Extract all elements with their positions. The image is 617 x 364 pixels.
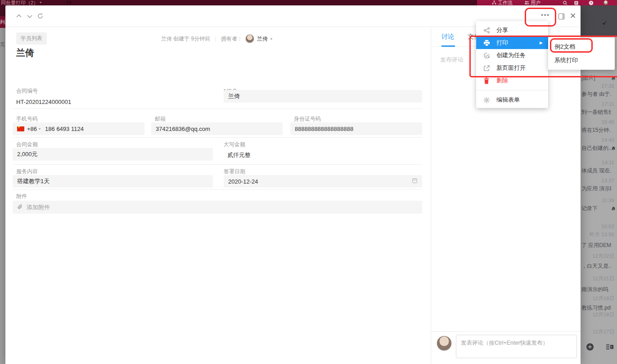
background-nav-item-selected[interactable]: 列表 — [0, 16, 5, 28]
topbar-avatar[interactable] — [603, 0, 608, 5]
dial-caret-icon[interactable]: ▾ — [39, 127, 41, 131]
bell-muted-icon — [611, 145, 616, 153]
worksheet-badge[interactable]: 学员列表 — [16, 32, 47, 45]
paperclip-icon — [17, 204, 23, 211]
app-title-group[interactable]: 同批量打印（2） ▾ — [1, 0, 41, 5]
prev-record-button[interactable] — [16, 14, 22, 18]
owner-name[interactable]: 兰倚 — [257, 35, 268, 43]
add-attachment-label: 添加附件 — [27, 203, 50, 211]
feed-text: [图片] — [581, 74, 611, 82]
user-avatar — [603, 0, 608, 5]
feed-timestamp: 17:31 — [601, 83, 614, 89]
menu-item-print[interactable]: 打印 ▶ — [476, 36, 548, 49]
field-input-phone[interactable]: +86 ▾ 186 6493 1124 — [13, 122, 144, 135]
field-value-amount: 2,000元 — [17, 150, 38, 158]
background-left-strip: 列表 页 — [0, 5, 5, 364]
field-label-amount: 合同金额 — [16, 141, 38, 148]
topbar-search[interactable] — [563, 0, 567, 5]
chevron-up-icon — [16, 14, 22, 18]
field-input-service[interactable]: 搭建教学1天 — [13, 175, 213, 188]
feed-timestamp: 12月22日 — [592, 253, 614, 260]
owner-caret-icon[interactable]: ▾ — [270, 37, 272, 41]
next-record-button[interactable] — [27, 15, 32, 18]
feed-text: 频演示的吗 — [581, 286, 611, 293]
feed-timestamp: 12月17日 — [592, 328, 614, 335]
row-divider — [13, 137, 422, 138]
add-comment-icon[interactable] — [586, 343, 594, 353]
filter-icon[interactable] — [601, 20, 608, 28]
menu-item-share[interactable]: 分享 — [476, 24, 548, 36]
owner-avatar[interactable] — [245, 34, 254, 43]
field-label-amount-caps: 大写金额 — [224, 141, 245, 148]
field-value-amount-caps[interactable]: 贰仟元整 — [227, 151, 251, 159]
share-icon — [483, 27, 491, 34]
dial-code[interactable]: +86 — [27, 126, 37, 132]
field-label-id-number: 身份证号码 — [294, 115, 321, 123]
search-icon — [563, 0, 567, 5]
menu-item-label: 新页面打开 — [496, 64, 526, 72]
field-label-service: 服务内容 — [16, 168, 38, 175]
field-input-email[interactable]: 374216836@qq.com — [151, 122, 283, 135]
sitemap-icon — [492, 0, 496, 5]
record-actions-menu: 分享 打印 ▶ 创建为任务 新页面打开 删除 — [476, 21, 548, 108]
current-user-avatar — [437, 336, 452, 351]
field-value-sign-date: 2020-12-24 — [228, 178, 258, 185]
topbar-library[interactable] — [574, 0, 579, 5]
feed-timestamp: 14:11 — [602, 160, 614, 165]
bell-muted-icon — [611, 205, 616, 213]
submenu-arrow-icon: ▶ — [540, 40, 543, 45]
menu-item-delete[interactable]: 删除 — [476, 74, 548, 87]
owner-label: 拥有者： — [221, 35, 243, 43]
feed-timestamp: 17:11 — [602, 101, 614, 107]
created-meta: 兰倚 创建于 9分钟前 — [161, 35, 210, 43]
nav-workflow-label: 工作流 — [498, 0, 513, 5]
expand-panel-icon — [558, 13, 565, 20]
field-value-contract-no[interactable]: HT-20201224000001 — [16, 99, 71, 105]
app-title: 同批量打印（2） — [1, 0, 38, 5]
background-nav-item[interactable]: 页 — [0, 41, 5, 48]
nav-users-label: 用户 — [531, 0, 540, 5]
expand-panel-button[interactable] — [558, 13, 565, 20]
submenu-item-doc-template[interactable]: 例2文档 — [548, 40, 615, 54]
feed-list-toggle-icon[interactable] — [606, 344, 614, 352]
field-label-contract-no: 合同编号 — [16, 87, 38, 95]
nav-users[interactable]: 用户 — [524, 0, 540, 5]
menu-item-create-task[interactable]: 创建为任务 — [476, 49, 548, 62]
submenu-item-system-print[interactable]: 系统打印 — [548, 54, 615, 67]
field-label-sign-date: 签署日期 — [224, 168, 245, 175]
bell-muted-icon — [611, 75, 616, 83]
users-icon — [524, 0, 529, 5]
menu-item-edit-form[interactable]: 编辑表单 — [476, 94, 548, 106]
refresh-icon — [37, 13, 44, 19]
feed-timestamp: 12月21日 — [592, 275, 614, 282]
field-value-service: 搭建教学1天 — [17, 177, 50, 185]
feed-text: 将在15分钟... — [581, 126, 611, 134]
tab-discussion[interactable]: 讨论 — [441, 33, 454, 41]
record-meta: 兰倚 创建于 9分钟前 ｜ 拥有者： 兰倚 ▾ — [161, 34, 272, 43]
field-input-amount[interactable]: 2,000元 — [13, 148, 213, 161]
field-value-id-number: 888888888888888888 — [295, 126, 353, 132]
feed-timestamp: 13:37 — [601, 178, 614, 183]
nav-workflow[interactable]: 工作流 — [492, 0, 513, 5]
topbar-nav-section: 工作流 用户 ? — [477, 0, 617, 5]
field-value-phone: 186 6493 1124 — [45, 126, 84, 132]
row-divider — [13, 108, 422, 109]
menu-item-label: 分享 — [496, 26, 508, 34]
feed-text: 记录下 — [581, 205, 611, 212]
feed-timestamp: 12月18日 — [592, 311, 614, 318]
refresh-button[interactable] — [37, 13, 44, 19]
field-input-name[interactable]: 兰倚 — [224, 90, 422, 103]
close-dialog-button[interactable]: ✕ — [570, 11, 576, 21]
row-divider — [13, 189, 422, 190]
field-input-sign-date[interactable]: 2020-12-24 — [224, 175, 422, 188]
more-actions-button[interactable]: ••• — [536, 12, 554, 21]
feed-timestamp: 14:43 — [601, 137, 614, 143]
topbar-help[interactable]: ? — [589, 0, 594, 5]
menu-item-open-new-page[interactable]: 新页面打开 — [476, 62, 548, 74]
app-blocks-icon[interactable] — [67, 0, 71, 5]
field-input-id-number[interactable]: 888888888888888888 — [290, 122, 422, 135]
print-submenu: 例2文档 系统打印 — [548, 37, 615, 70]
comment-input[interactable] — [456, 335, 577, 358]
record-form: 学员列表 兰倚 创建于 9分钟前 ｜ 拥有者： 兰倚 ▾ 兰倚 合同编号 HT-… — [5, 27, 431, 364]
add-attachment-button[interactable]: 添加附件 — [13, 201, 422, 214]
